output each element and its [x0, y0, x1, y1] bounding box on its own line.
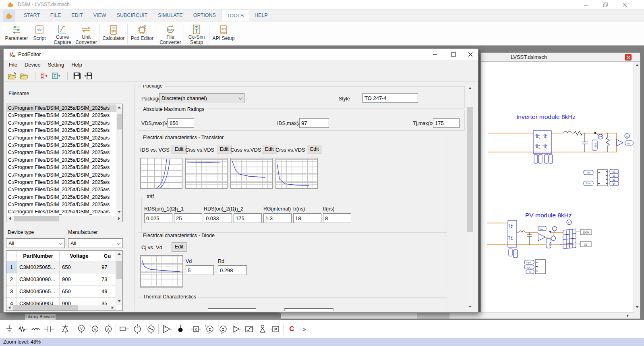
- open-pcd-icon[interactable]: [8, 71, 17, 81]
- schematic-close-icon[interactable]: [625, 54, 632, 60]
- tr-ns-input[interactable]: [293, 213, 321, 223]
- app-close-button[interactable]: [616, 0, 634, 10]
- scroll-up-icon[interactable]: [636, 64, 639, 66]
- menu-file[interactable]: File: [5, 60, 21, 70]
- file-list-hscrollbar[interactable]: [7, 216, 122, 222]
- crss-vds-edit-button[interactable]: Edit: [307, 145, 322, 154]
- pcd-maximize-button[interactable]: [446, 49, 461, 60]
- vd-input[interactable]: [186, 265, 214, 275]
- tj2-input[interactable]: [234, 213, 262, 223]
- hscroll-thumb[interactable]: [14, 216, 59, 221]
- pcd-editor-button[interactable]: Pcd Editor: [128, 22, 156, 45]
- file-list-item[interactable]: C:/Program Files/DSIM_2025a/DSIM_2025a/s: [7, 149, 116, 156]
- toolbar-overflow-icon[interactable]: »: [298, 326, 311, 332]
- package-combobox[interactable]: Discrete(n channel): [159, 93, 244, 103]
- ac-source-icon[interactable]: +: [144, 323, 157, 335]
- scroll-down-icon[interactable]: [118, 211, 121, 213]
- save-as-icon[interactable]: [83, 71, 93, 81]
- scroll-right-icon[interactable]: [112, 306, 114, 309]
- multiplier-icon[interactable]: [269, 323, 282, 335]
- tab-start[interactable]: START: [19, 10, 45, 21]
- pcd-close-button[interactable]: [463, 49, 478, 60]
- table-row[interactable]: 3 C3M0045065... 650 49: [6, 286, 122, 298]
- ids-vgs-edit-button[interactable]: Edit: [172, 145, 187, 154]
- tf-ns-input[interactable]: [323, 213, 351, 223]
- diode-icon[interactable]: [58, 323, 72, 335]
- gain-icon[interactable]: K: [189, 323, 203, 335]
- scroll-right-icon[interactable]: [118, 217, 120, 220]
- block-icon[interactable]: [117, 323, 130, 335]
- node-label-icon[interactable]: [256, 323, 269, 335]
- file-list-item[interactable]: C:/Program Files/DSIM_2025a/DSIM_2025a/s: [7, 156, 116, 164]
- script-button[interactable]: </> Script: [30, 22, 49, 45]
- opamp-icon[interactable]: +−: [160, 323, 173, 335]
- tab-view[interactable]: VIEW: [88, 10, 112, 21]
- scroll-left-icon[interactable]: [9, 217, 11, 220]
- tab-simulate[interactable]: SIMULATE: [153, 10, 188, 21]
- tab-subcircuit[interactable]: SUBCIRCUIT: [112, 10, 153, 21]
- comparator-icon[interactable]: +−: [229, 323, 242, 335]
- rdson2-input[interactable]: [204, 213, 232, 223]
- file-list-item[interactable]: C:/Program Files/DSIM_2025a/DSIM_2025a/s: [7, 112, 116, 119]
- app-menu-button[interactable]: [3, 10, 15, 22]
- file-list-item[interactable]: C:/Program Files/DSIM_2025a/DSIM_2025a/s: [7, 142, 116, 149]
- save-icon[interactable]: [72, 71, 82, 81]
- file-list-item[interactable]: C:/Program Files/DSIM_2025a/DSIM_2025a/s: [7, 164, 116, 171]
- col-partnumber[interactable]: PartNumber: [17, 251, 60, 261]
- capacitor-icon[interactable]: [42, 323, 56, 335]
- table-vscrollbar[interactable]: [116, 251, 122, 305]
- file-list-item[interactable]: C:/Program Files/DSIM_2025a/DSIM_2025a/s: [7, 104, 116, 112]
- tab-options[interactable]: OPTIONS: [188, 10, 221, 21]
- scroll-left-icon[interactable]: [8, 306, 10, 309]
- tj-max-input[interactable]: [433, 118, 460, 128]
- unit-converter-button[interactable]: Unit Converter: [74, 22, 99, 45]
- menu-help[interactable]: Help: [68, 60, 86, 70]
- vscroll-thumb[interactable]: [467, 107, 473, 232]
- file-list-item[interactable]: C:/Program Files/DSIM_2025a/DSIM_2025a/s: [7, 201, 116, 208]
- scroll-down-icon[interactable]: [468, 306, 472, 308]
- form-panel-vscrollbar[interactable]: [466, 85, 474, 311]
- file-converter-button[interactable]: DATA File Converter: [158, 22, 183, 45]
- summer-icon[interactable]: +−Σ: [203, 323, 216, 335]
- library-browser-tab[interactable]: Library Browser: [25, 314, 56, 320]
- dc-source-icon[interactable]: +−: [130, 323, 144, 335]
- hscroll-thumb[interactable]: [417, 313, 449, 319]
- resistor-icon[interactable]: [16, 323, 29, 335]
- rdson1-input[interactable]: [144, 213, 172, 223]
- probe-icon[interactable]: +: [173, 323, 186, 335]
- tab-edit[interactable]: EDIT: [66, 10, 88, 21]
- cosim-setup-button[interactable]: Co-Sim Setup: [185, 22, 208, 45]
- file-list-item[interactable]: C:/Program Files/DSIM_2025a/DSIM_2025a/s: [7, 186, 116, 193]
- file-list-item[interactable]: C:/Program Files/DSIM_2025a/DSIM_2025a/s: [7, 194, 116, 201]
- file-list-item[interactable]: C:/Program Files/DSIM_2025a/DSIM_2025a/s: [7, 179, 116, 186]
- ciss-vds-edit-button[interactable]: Edit: [217, 145, 232, 154]
- vscroll-thumb[interactable]: [116, 261, 122, 279]
- col-current[interactable]: Cu: [99, 251, 116, 261]
- pcd-minimize-button[interactable]: [427, 49, 443, 60]
- thermal-input-partial[interactable]: [208, 308, 256, 311]
- device-type-combobox[interactable]: All: [6, 238, 65, 248]
- coss-vds-edit-button[interactable]: Edit: [262, 145, 277, 154]
- vds-max-input[interactable]: [168, 118, 194, 128]
- tab-file[interactable]: FILE: [45, 10, 66, 21]
- ids-max-input[interactable]: [299, 118, 329, 128]
- table-row[interactable]: 2 C3M0030090... 900 73: [6, 273, 122, 286]
- voltmeter-icon[interactable]: V: [75, 323, 88, 335]
- tab-tools[interactable]: TOOLS: [221, 10, 249, 21]
- open-folder-icon[interactable]: [20, 71, 29, 81]
- scroll-up-icon[interactable]: [118, 106, 121, 108]
- cj-vd-edit-button[interactable]: Edit: [172, 242, 187, 252]
- file-list-item[interactable]: C:/Program Files/DSIM_2025a/DSIM_2025a/s: [7, 119, 116, 127]
- scroll-up-icon[interactable]: [118, 253, 121, 255]
- col-voltage[interactable]: Voltage: [60, 251, 99, 261]
- table-row[interactable]: 1 C3M0025065... 650 97: [6, 261, 122, 273]
- tj1-input[interactable]: [174, 213, 202, 223]
- file-list-item[interactable]: C:/Program Files/DSIM_2025a/DSIM_2025a/s: [7, 134, 116, 142]
- menu-device[interactable]: Device: [21, 60, 44, 70]
- curve-capture-button[interactable]: Curve Capture: [51, 22, 74, 45]
- scroll-up-icon[interactable]: [468, 87, 472, 89]
- app-restore-button[interactable]: [596, 0, 614, 10]
- import-device-icon[interactable]: [51, 71, 61, 81]
- vscroll-thumb[interactable]: [117, 114, 122, 129]
- schematic-horizontal-scrollbar[interactable]: [280, 312, 634, 319]
